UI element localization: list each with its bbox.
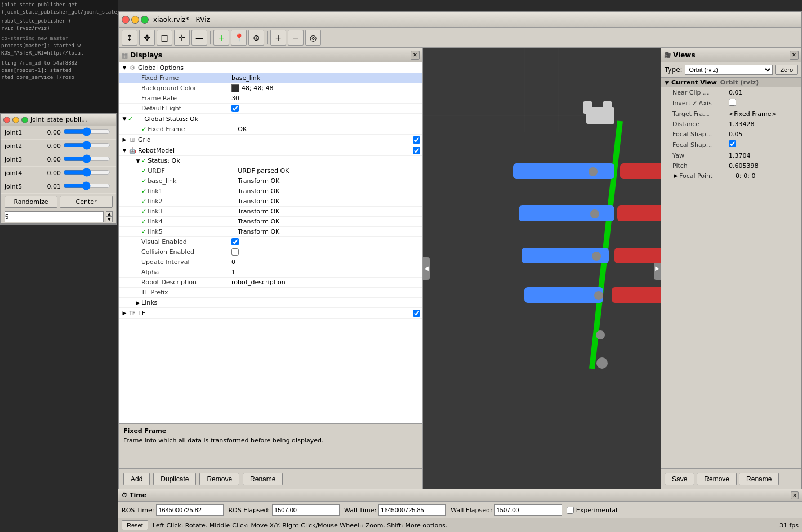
robot-model-status-row[interactable]: ✓ Status: Ok (119, 156, 422, 166)
grid-row[interactable]: Grid (119, 135, 422, 145)
global-status-row[interactable]: ✓ Global Status: Ok (119, 114, 422, 124)
global-status-arrow[interactable] (121, 115, 128, 122)
links-row[interactable]: Links (119, 298, 422, 308)
visual-enabled-checkbox[interactable] (231, 238, 239, 245)
fixed-frame-row[interactable]: Fixed Frame base_link (119, 73, 422, 83)
links-arrow[interactable] (135, 299, 141, 306)
joint-speed-spinner[interactable]: ▲ ▼ (106, 211, 113, 222)
speed-down-btn[interactable]: ▼ (106, 217, 113, 222)
rename-display-button[interactable]: Rename (243, 473, 283, 485)
wall-time-input[interactable] (378, 504, 446, 516)
link4-row[interactable]: ✓ link4 Transform OK (119, 217, 422, 227)
bg-color-arrow (135, 85, 141, 92)
joint-min-btn[interactable] (12, 117, 19, 123)
joint1-slider[interactable] (63, 127, 110, 136)
time-reset-button[interactable]: Reset (122, 520, 148, 530)
wall-elapsed-input[interactable] (494, 504, 562, 516)
views-panel-close[interactable]: ✕ (790, 51, 799, 60)
urdf-row[interactable]: ✓ URDF URDF parsed OK (119, 166, 422, 176)
joint3-slider[interactable] (63, 154, 110, 163)
robot-desc-row[interactable]: Robot Description robot_description (119, 278, 422, 288)
link2-row[interactable]: ✓ link2 Transform OK (119, 196, 422, 207)
views-rename-button[interactable]: Rename (739, 473, 779, 485)
views-type-row: Type: Orbit (rviz) Zero (661, 62, 801, 78)
alpha-row[interactable]: Alpha 1 (119, 267, 422, 278)
current-view-arrow[interactable] (663, 79, 670, 86)
ros-elapsed-input[interactable] (272, 504, 340, 516)
urdf-prop-value: URDF parsed OK (238, 167, 420, 175)
fixed-frame-status-row[interactable]: ✓ Fixed Frame OK (119, 124, 422, 135)
grid-arrow[interactable] (121, 136, 128, 143)
link5-row[interactable]: ✓ link5 Transform OK (119, 227, 422, 237)
target-frame-value: <Fixed Frame> (729, 110, 797, 118)
link1-row[interactable]: ✓ link1 Transform OK (119, 186, 422, 196)
views-type-select[interactable]: Orbit (rviz) (685, 65, 773, 75)
ros-time-input[interactable] (156, 504, 224, 516)
update-interval-row[interactable]: Update Interval 0 (119, 257, 422, 267)
invert-z-value (729, 99, 797, 108)
pose-tool[interactable]: 📍 (231, 30, 247, 46)
nav-goal-tool[interactable]: + (213, 30, 229, 46)
collision-enabled-row[interactable]: Collision Enabled (119, 247, 422, 257)
focal-point-row[interactable]: Focal Point 0; 0; 0 (661, 171, 801, 181)
robot-status-arrow[interactable] (135, 158, 141, 164)
duplicate-button[interactable]: Duplicate (153, 473, 196, 485)
joint2-slider[interactable] (63, 141, 110, 150)
focal-point-arrow[interactable] (672, 172, 679, 179)
tf-prefix-row[interactable]: TF Prefix (119, 288, 422, 298)
default-light-checkbox[interactable] (231, 105, 239, 112)
randomize-button[interactable]: Randomize (5, 196, 57, 208)
camera-tool[interactable]: ◎ (305, 30, 321, 46)
views-remove-button[interactable]: Remove (697, 473, 737, 485)
joint-speed-input[interactable] (5, 211, 104, 222)
publish-point-tool[interactable]: ⊕ (248, 30, 264, 46)
collision-enabled-checkbox[interactable] (231, 248, 239, 256)
current-view-header[interactable]: Current View Orbit (rviz) (661, 78, 801, 87)
measure-tool[interactable]: — (191, 30, 207, 46)
window-max-btn[interactable] (141, 16, 149, 24)
focal-shape2-checkbox[interactable] (729, 140, 736, 147)
window-min-btn[interactable] (131, 16, 139, 24)
window-close-btn[interactable] (122, 16, 130, 24)
experimental-checkbox[interactable] (567, 507, 574, 514)
remove-display-button[interactable]: Remove (199, 473, 239, 485)
base-link-row[interactable]: ✓ base_link Transform OK (119, 176, 422, 186)
tf-row[interactable]: TF (119, 308, 422, 319)
robot-model-arrow[interactable] (121, 147, 128, 154)
displays-panel-close[interactable]: ✕ (411, 51, 420, 60)
add-button[interactable]: Add (123, 473, 150, 485)
invert-z-checkbox[interactable] (729, 99, 736, 106)
speed-up-btn[interactable]: ▲ (106, 211, 113, 217)
plus-tool[interactable]: + (270, 30, 286, 46)
link3-row[interactable]: ✓ link3 Transform OK (119, 207, 422, 217)
bg-color-row[interactable]: Background Color 48; 48; 48 (119, 83, 422, 93)
joint5-label: joint5 (5, 183, 35, 190)
minus-tool[interactable]: − (288, 30, 304, 46)
joint4-slider[interactable] (63, 168, 110, 177)
visual-enabled-row[interactable]: Visual Enabled (119, 237, 422, 247)
views-zero-button[interactable]: Zero (775, 65, 798, 75)
time-close-btn[interactable]: ✕ (791, 491, 799, 499)
frame-rate-row[interactable]: Frame Rate 30 (119, 93, 422, 104)
global-options-row[interactable]: Global Options (119, 62, 422, 73)
robot-model-checkbox[interactable] (413, 147, 420, 154)
joint-max-btn[interactable] (21, 117, 28, 123)
focus-tool[interactable]: ✛ (174, 30, 190, 46)
joint-close-btn[interactable] (3, 117, 10, 123)
tf-checkbox[interactable] (413, 310, 420, 317)
tf-arrow[interactable] (121, 310, 128, 316)
bg-color-swatch[interactable] (231, 84, 239, 92)
grid-checkbox[interactable] (413, 136, 420, 144)
default-light-row[interactable]: Default Light (119, 104, 422, 114)
move-camera-tool[interactable]: ✥ (139, 30, 155, 46)
robot-model-row[interactable]: RobotModel (119, 145, 422, 156)
ros-elapsed-label: ROS Elapsed: (228, 507, 270, 514)
views-save-button[interactable]: Save (665, 473, 694, 485)
joint5-slider[interactable] (63, 181, 110, 190)
center-button[interactable]: Center (60, 196, 113, 208)
select-tool[interactable]: □ (157, 30, 172, 46)
interact-tool[interactable]: ↕ (122, 30, 137, 46)
viewport[interactable]: ◀ ▶ (423, 48, 661, 489)
left-collapse-handle[interactable]: ◀ (423, 257, 430, 280)
global-options-arrow[interactable] (121, 64, 128, 71)
